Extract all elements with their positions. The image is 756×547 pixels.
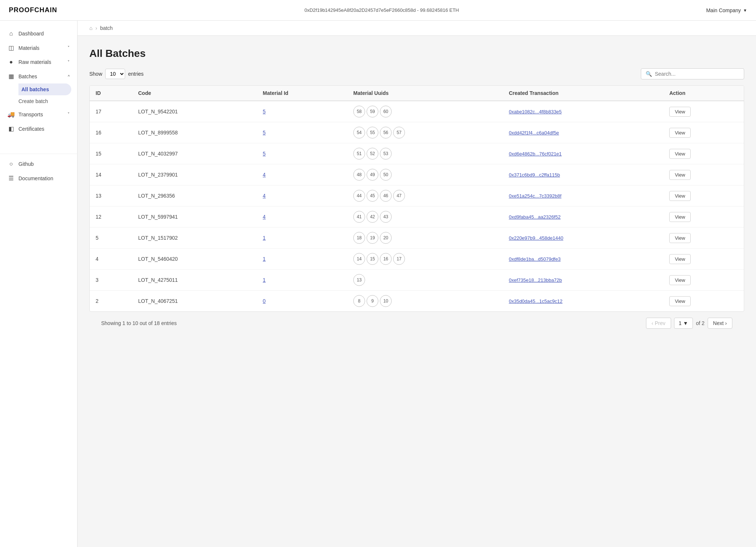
pagination-row: Showing 1 to 10 out of 18 entries ‹ Prev…: [89, 312, 744, 335]
transaction-link[interactable]: 0x371c6bd9...c2ffa115b: [509, 172, 560, 178]
uuid-badges-container: 14151617: [353, 253, 497, 265]
sidebar-item-github[interactable]: ○ Github: [0, 157, 77, 171]
material-id-link[interactable]: 5: [263, 151, 266, 157]
cell-action: View: [663, 101, 744, 122]
sidebar-subitem-all-batches[interactable]: All batches: [18, 83, 71, 95]
table-row: 2 LOT_N_4067251 0 8910 0x35d0da45...1c5a…: [90, 291, 744, 312]
next-arrow: ›: [725, 320, 727, 326]
search-icon: 🔍: [646, 71, 652, 77]
uuid-badges-container: 181920: [353, 232, 497, 244]
table-row: 5 LOT_N_1517902 1 181920 0x220e97b9...45…: [90, 228, 744, 249]
transaction-link[interactable]: 0xdf8de1ba...d5079dfe3: [509, 256, 560, 262]
view-button[interactable]: View: [669, 149, 691, 159]
transaction-link[interactable]: 0xef735e18...213bba72b: [509, 277, 562, 283]
cell-transaction: 0xd6e4862b...76cf021e1: [503, 143, 663, 164]
material-id-link[interactable]: 5: [263, 130, 266, 136]
cell-id: 13: [90, 185, 132, 206]
cell-id: 4: [90, 249, 132, 270]
uuid-badge: 46: [380, 190, 392, 202]
view-button[interactable]: View: [669, 212, 691, 222]
header: PROOFCHAIN 0xD2f19b142945eA8f20a2D2457d7…: [0, 0, 756, 21]
cell-id: 16: [90, 122, 132, 143]
col-transaction: Created Transaction: [503, 86, 663, 101]
next-button[interactable]: Next ›: [708, 318, 732, 329]
sidebar-item-raw-materials[interactable]: ● Raw materials ˅: [0, 55, 77, 69]
transaction-link[interactable]: 0xd9faba45...aa2326f52: [509, 214, 560, 220]
sidebar-item-batches[interactable]: ▦ Batches ^: [0, 69, 77, 83]
entries-select[interactable]: 10 25 50: [105, 69, 125, 79]
sidebar-label-batches: Batches: [18, 73, 37, 79]
cell-transaction: 0xabe1082c...4f8b833e5: [503, 101, 663, 122]
transaction-link[interactable]: 0xd6e4862b...76cf021e1: [509, 151, 561, 157]
material-id-link[interactable]: 1: [263, 277, 266, 283]
transaction-link[interactable]: 0xdd42f1f4...c6a04df5e: [509, 130, 559, 136]
company-selector[interactable]: Main Company ▼: [706, 7, 747, 13]
current-page-selector[interactable]: 1 ▼: [674, 318, 693, 329]
view-button[interactable]: View: [669, 296, 691, 306]
sidebar-item-documentation[interactable]: ☰ Documentation: [0, 171, 77, 185]
sidebar-subitem-create-batch[interactable]: Create batch: [18, 95, 77, 107]
prev-button[interactable]: ‹ Prev: [646, 318, 671, 329]
cell-uuids: 8910: [347, 291, 503, 312]
cell-action: View: [663, 249, 744, 270]
view-button[interactable]: View: [669, 107, 691, 117]
view-button[interactable]: View: [669, 275, 691, 285]
view-button[interactable]: View: [669, 170, 691, 180]
page-dropdown-arrow: ▼: [683, 320, 688, 326]
material-id-link[interactable]: 1: [263, 235, 266, 241]
sidebar-item-certificates[interactable]: ◧ Certificates: [0, 122, 77, 136]
cell-uuids: 515253: [347, 143, 503, 164]
search-input[interactable]: [655, 71, 739, 77]
sidebar-item-materials[interactable]: ◫ Materials ˅: [0, 41, 77, 55]
material-id-link[interactable]: 0: [263, 298, 266, 304]
sidebar-label-raw-materials: Raw materials: [18, 59, 51, 65]
cell-id: 12: [90, 206, 132, 228]
transaction-link[interactable]: 0x35d0da45...1c5ac9c12: [509, 298, 562, 304]
transaction-link[interactable]: 0x220e97b9...458de1440: [509, 235, 563, 241]
cell-code: LOT_N_5997941: [132, 206, 257, 228]
uuid-badge: 52: [367, 148, 378, 160]
material-id-link[interactable]: 4: [263, 193, 266, 199]
uuid-badge: 56: [380, 127, 392, 139]
view-button[interactable]: View: [669, 191, 691, 201]
cell-action: View: [663, 228, 744, 249]
main-content: ⌂ › batch All Batches Show 10 25 50 entr…: [78, 21, 756, 547]
cell-transaction: 0x35d0da45...1c5ac9c12: [503, 291, 663, 312]
col-id: ID: [90, 86, 132, 101]
uuid-badge: 19: [367, 232, 378, 244]
view-button[interactable]: View: [669, 233, 691, 243]
material-id-link[interactable]: 1: [263, 256, 266, 262]
cell-transaction: 0x371c6bd9...c2ffa115b: [503, 164, 663, 185]
cell-code: LOT_N_4275011: [132, 270, 257, 291]
view-button[interactable]: View: [669, 128, 691, 138]
sidebar-item-dashboard[interactable]: ⌂ Dashboard: [0, 27, 77, 41]
cell-transaction: 0x220e97b9...458de1440: [503, 228, 663, 249]
view-button[interactable]: View: [669, 254, 691, 264]
logo: PROOFCHAIN: [9, 6, 57, 14]
batches-table: ID Code Material Id Material Uuids Creat…: [89, 85, 744, 312]
cell-transaction: 0xdd42f1f4...c6a04df5e: [503, 122, 663, 143]
cell-action: View: [663, 185, 744, 206]
cell-id: 17: [90, 101, 132, 122]
material-id-link[interactable]: 5: [263, 109, 266, 114]
cell-action: View: [663, 270, 744, 291]
uuid-badge: 15: [367, 253, 378, 265]
cell-code: LOT_N_4032997: [132, 143, 257, 164]
cell-material-id: 5: [257, 143, 347, 164]
material-id-link[interactable]: 4: [263, 214, 266, 220]
of-pages: of 2: [696, 320, 704, 326]
wallet-address: 0xD2f19b142945eA8f20a2D2457d7e5eF2660c85…: [305, 7, 459, 13]
material-id-link[interactable]: 4: [263, 172, 266, 178]
col-uuids: Material Uuids: [347, 86, 503, 101]
col-material-id: Material Id: [257, 86, 347, 101]
uuid-badge: 47: [393, 190, 405, 202]
uuid-badges-container: 515253: [353, 148, 497, 160]
show-entries-control: Show 10 25 50 entries: [89, 69, 144, 79]
sidebar-item-transports[interactable]: 🚚 Transports ˅: [0, 107, 77, 122]
transaction-link[interactable]: 0xabe1082c...4f8b833e5: [509, 109, 561, 114]
transaction-link[interactable]: 0xe51a254c...7c3392b8f: [509, 193, 561, 199]
cell-uuids: 181920: [347, 228, 503, 249]
uuid-badge: 49: [367, 169, 378, 181]
breadcrumb-home-icon[interactable]: ⌂: [89, 25, 92, 31]
cell-uuids: 14151617: [347, 249, 503, 270]
